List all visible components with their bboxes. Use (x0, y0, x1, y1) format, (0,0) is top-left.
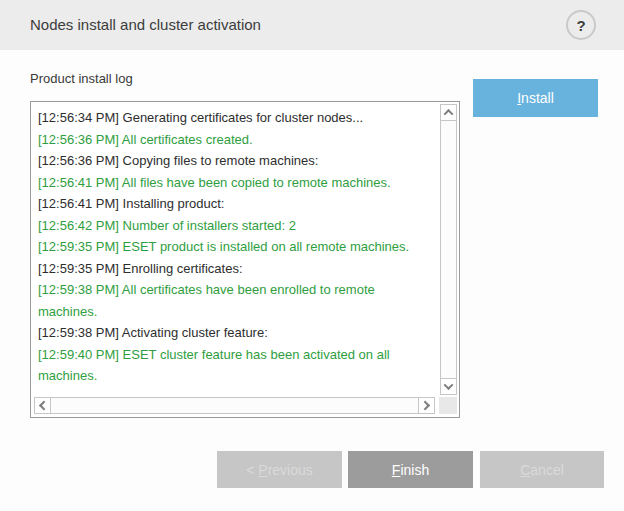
scroll-up-button[interactable] (440, 104, 457, 121)
horizontal-scrollbar[interactable] (34, 397, 435, 414)
scroll-left-button[interactable] (34, 397, 51, 414)
chevron-up-icon (444, 109, 454, 119)
log-entry: [12:56:42 PM] Number of installers start… (38, 215, 434, 237)
log-entry: [12:56:41 PM] Installing product: (38, 193, 434, 215)
log-entry: [12:56:36 PM] All certificates created. (38, 129, 434, 151)
log-entry: [12:56:34 PM] Generating certificates fo… (38, 107, 434, 129)
help-button[interactable]: ? (566, 10, 596, 40)
chevron-down-icon (444, 380, 454, 390)
chevron-right-icon (420, 401, 430, 411)
log-entry: [12:59:38 PM] Activating cluster feature… (38, 322, 434, 344)
scroll-right-button[interactable] (418, 397, 435, 414)
page-title: Nodes install and cluster activation (30, 0, 261, 50)
install-button[interactable]: Install (473, 79, 598, 117)
finish-button[interactable]: Finish (348, 451, 473, 488)
cancel-button[interactable]: Cancel (480, 451, 604, 488)
question-mark-icon: ? (576, 18, 585, 33)
log-entry: [12:56:41 PM] All files have been copied… (38, 172, 434, 194)
vertical-scrollbar[interactable] (440, 104, 457, 395)
log-entry: [12:59:38 PM] All certificates have been… (38, 279, 434, 322)
horizontal-scroll-thumb[interactable] (50, 397, 419, 414)
log-entry: [12:59:40 PM] ESET cluster feature has b… (38, 344, 434, 387)
log-entry: [12:59:35 PM] Enrolling certificates: (38, 258, 434, 280)
scroll-down-button[interactable] (440, 378, 457, 395)
vertical-scroll-thumb[interactable] (440, 120, 457, 379)
log-list: [12:56:34 PM] Generating certificates fo… (31, 102, 436, 395)
previous-button[interactable]: < Previous (217, 451, 342, 488)
product-install-log-label: Product install log (30, 71, 133, 86)
scrollbar-corner (439, 397, 457, 414)
log-entry: [12:56:36 PM] Copying files to remote ma… (38, 150, 434, 172)
install-log-listbox[interactable]: [12:56:34 PM] Generating certificates fo… (30, 101, 460, 418)
chevron-left-icon (39, 401, 49, 411)
log-entry: [12:59:35 PM] ESET product is installed … (38, 236, 434, 258)
dialog-titlebar: Nodes install and cluster activation ? (0, 0, 624, 50)
